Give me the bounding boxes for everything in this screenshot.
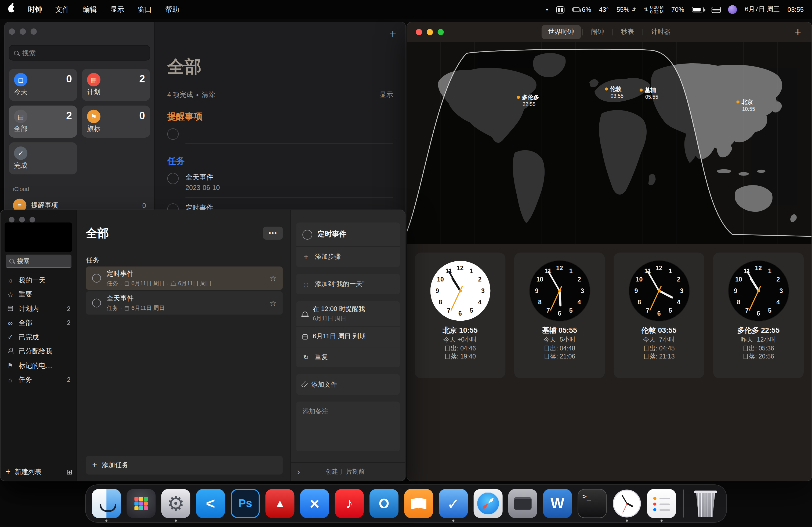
control-center-icon[interactable] xyxy=(712,6,721,13)
traffic-lights[interactable] xyxy=(9,28,150,35)
weather-temperature[interactable]: 43° xyxy=(599,6,609,13)
user-avatar[interactable] xyxy=(728,5,737,14)
zoom-button[interactable] xyxy=(438,29,444,35)
empty-reminder-row[interactable] xyxy=(167,128,393,144)
star-icon[interactable]: ☆ xyxy=(270,273,277,283)
close-button[interactable] xyxy=(9,28,15,35)
sidebar-item-tasks[interactable]: ⌂ 任务 2 xyxy=(1,373,76,387)
smart-list-scheduled[interactable]: ▦ 2 计划 xyxy=(82,69,150,101)
sidebar-item-all[interactable]: ∞ 全部 2 xyxy=(1,316,76,330)
clear-button[interactable]: 清除 xyxy=(202,90,215,100)
dock-blue-arrows-app[interactable] xyxy=(300,489,329,518)
menubar-date[interactable]: 6月7日 周三 xyxy=(745,5,780,14)
add-step-row[interactable]: + 添加步骤 xyxy=(296,246,400,267)
reminder-row[interactable]: 全天事件 2023-06-10 xyxy=(167,173,393,198)
close-button[interactable] xyxy=(416,29,422,35)
dock-reminders[interactable] xyxy=(647,489,676,518)
menubar-time[interactable]: 03:55 xyxy=(787,6,804,13)
sidebar-item-planned[interactable]: 计划内 2 xyxy=(1,302,76,316)
traffic-lights[interactable] xyxy=(9,217,35,223)
search-input[interactable] xyxy=(17,257,61,264)
tab-alarm[interactable]: 闹钟 xyxy=(584,25,611,39)
menu-window[interactable]: 窗口 xyxy=(138,5,152,14)
account-banner[interactable] xyxy=(4,223,72,252)
reminder-row[interactable]: 在 12:00 时提醒我 6月11日 周日 xyxy=(296,301,400,326)
search-field[interactable] xyxy=(9,45,150,61)
star-icon[interactable]: ☆ xyxy=(270,298,277,308)
complete-checkbox[interactable] xyxy=(302,229,312,239)
complete-circle[interactable] xyxy=(167,173,178,184)
close-button[interactable] xyxy=(9,217,14,223)
add-to-my-day-row[interactable]: ☼ 添加到“我的一天” xyxy=(296,274,400,295)
menu-help[interactable]: 帮助 xyxy=(165,5,179,14)
complete-checkbox[interactable] xyxy=(92,274,101,283)
hide-detail-chevron-icon[interactable]: › xyxy=(297,467,300,477)
menu-view[interactable]: 显示 xyxy=(110,5,124,14)
sidebar-item-completed[interactable]: ✓ 已完成 xyxy=(1,330,76,344)
minimize-button[interactable] xyxy=(427,29,433,35)
tab-stopwatch[interactable]: 秒表 xyxy=(614,25,641,39)
city-dot-icon xyxy=(736,100,740,104)
show-button[interactable]: 显示 xyxy=(380,90,393,100)
status-widget-icon[interactable] xyxy=(556,6,564,13)
due-date-row[interactable]: 6月11日 周日 到期 xyxy=(296,326,400,347)
dock-system-settings[interactable] xyxy=(161,489,190,518)
add-file-row[interactable]: 添加文件 xyxy=(296,374,400,395)
dock-safari[interactable] xyxy=(474,489,503,518)
dock-launchpad[interactable] xyxy=(127,489,156,518)
search-input[interactable] xyxy=(22,49,126,57)
smart-list-today[interactable]: ◻ 0 今天 xyxy=(9,69,77,101)
dock-trash[interactable] xyxy=(691,489,720,518)
new-group-icon[interactable]: ⊞ xyxy=(66,468,73,476)
battery-percent[interactable]: 70% xyxy=(671,6,684,13)
zoom-button[interactable] xyxy=(30,217,35,223)
dock-terminal[interactable] xyxy=(578,489,607,518)
device-battery-status[interactable]: 6% xyxy=(572,6,591,13)
app-menu-title[interactable]: 时钟 xyxy=(28,5,42,14)
complete-checkbox[interactable] xyxy=(92,299,101,307)
sidebar-item-assigned[interactable]: 已分配给我 xyxy=(1,344,76,359)
clock-titlebar[interactable]: 世界时钟 闹钟 秒表 计时器 + xyxy=(407,22,811,42)
zoom-button[interactable] xyxy=(31,28,37,35)
minimize-button[interactable] xyxy=(19,217,25,223)
sidebar-item-my-day[interactable]: ☼ 我的一天 xyxy=(1,273,76,287)
smart-list-all[interactable]: ▤ 2 全部 xyxy=(9,105,77,138)
note-input[interactable]: 添加备注 xyxy=(296,402,400,451)
dock-netease-music[interactable] xyxy=(335,489,364,518)
dock-outlook[interactable] xyxy=(369,489,398,518)
dock-word[interactable] xyxy=(543,489,572,518)
dock-photoshop[interactable] xyxy=(231,489,260,518)
smart-list-flagged[interactable]: ⚑ 0 旗标 xyxy=(82,105,150,138)
dock-books[interactable] xyxy=(404,489,433,518)
minimize-button[interactable] xyxy=(19,28,26,35)
new-list-button[interactable]: + 新建列表 ⊞ xyxy=(6,467,73,477)
complete-circle[interactable] xyxy=(167,128,178,139)
add-reminder-button[interactable]: + xyxy=(390,27,396,41)
search-field[interactable] xyxy=(6,255,71,268)
battery-icon[interactable] xyxy=(692,7,704,12)
menu-edit[interactable]: 编辑 xyxy=(83,5,97,14)
tab-world-clock[interactable]: 世界时钟 xyxy=(541,25,581,39)
smart-list-completed[interactable]: ✓ 完成 xyxy=(9,142,77,175)
dock-utility-app[interactable] xyxy=(508,489,537,518)
network-speed-widget[interactable]: ⇅ 0.00 M 0.02 M xyxy=(644,5,664,14)
dock-acrobat[interactable] xyxy=(265,489,294,518)
dock-ms-todo[interactable] xyxy=(439,489,468,518)
detail-task-header[interactable]: 定时事件 xyxy=(296,223,400,246)
sidebar-item-flagged[interactable]: ⚑ 标记的电… xyxy=(1,359,76,373)
apple-menu[interactable] xyxy=(8,5,14,14)
dock-vscode[interactable] xyxy=(196,489,225,518)
traffic-lights[interactable] xyxy=(416,29,444,35)
list-options-button[interactable]: ••• xyxy=(263,227,283,240)
dock-clock[interactable] xyxy=(612,489,641,518)
add-city-button[interactable]: + xyxy=(795,26,801,38)
sidebar-item-important[interactable]: ☆ 重要 xyxy=(1,287,76,302)
percent-widget[interactable]: 55% ⇵ xyxy=(617,6,636,13)
dock-finder[interactable] xyxy=(92,489,121,518)
task-row[interactable]: 定时事件 任务 · 6月11日 周日 · 6月11日 周日 ☆ xyxy=(86,267,283,290)
repeat-row[interactable]: ↻ 重复 xyxy=(296,347,400,367)
task-row[interactable]: 全天事件 任务 · 6月11日 周日 ☆ xyxy=(86,291,283,315)
tab-timer[interactable]: 计时器 xyxy=(644,25,677,39)
add-task-button[interactable]: + 添加任务 xyxy=(86,456,283,475)
menu-file[interactable]: 文件 xyxy=(55,5,69,14)
